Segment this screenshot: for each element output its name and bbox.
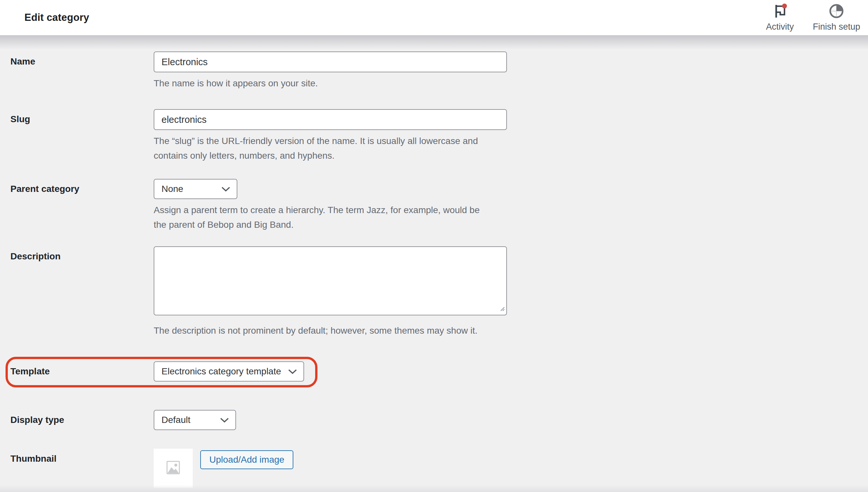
description-row: Description The description is not promi… — [10, 246, 868, 338]
template-select[interactable]: Electronics category template — [154, 361, 304, 382]
name-label: Name — [10, 51, 154, 67]
progress-circle-icon — [828, 3, 844, 20]
image-placeholder-icon — [166, 460, 181, 476]
parent-category-selected-value: None — [161, 184, 183, 194]
slug-help: The “slug” is the URL-friendly version o… — [154, 133, 868, 163]
finish-setup-label: Finish setup — [813, 22, 860, 32]
slug-input[interactable] — [154, 109, 507, 130]
flag-icon — [772, 3, 788, 20]
activity-label: Activity — [766, 22, 794, 32]
header-bar: Edit category Activity Finish setup — [0, 0, 868, 35]
unread-badge-dot — [782, 4, 787, 8]
header-actions: Activity Finish setup — [762, 3, 860, 32]
thumbnail-label: Thumbnail — [10, 449, 154, 464]
slug-row: Slug The “slug” is the URL-friendly vers… — [10, 109, 868, 163]
display-type-row: Display type Default — [10, 410, 868, 430]
page-title: Edit category — [24, 12, 89, 23]
edit-category-form: Name The name is how it appears on your … — [0, 35, 868, 488]
parent-category-select[interactable]: None — [154, 179, 237, 199]
chevron-down-icon — [221, 184, 230, 194]
display-type-label: Display type — [10, 410, 154, 425]
thumbnail-row: Thumbnail Upload/Add image — [10, 449, 868, 488]
slug-label: Slug — [10, 109, 154, 124]
name-input[interactable] — [154, 51, 507, 72]
template-label: Template — [10, 361, 154, 377]
name-help: The name is how it appears on your site. — [154, 76, 868, 91]
template-row: Template Electronics category template — [10, 361, 868, 382]
display-type-select[interactable]: Default — [154, 410, 236, 430]
finish-setup-button[interactable]: Finish setup — [813, 3, 860, 32]
description-help: The description is not prominent by defa… — [154, 323, 868, 338]
chevron-down-icon — [288, 366, 297, 377]
parent-category-help: Assign a parent term to create a hierarc… — [154, 203, 868, 232]
name-row: Name The name is how it appears on your … — [10, 51, 868, 91]
description-textarea[interactable] — [154, 246, 507, 315]
template-selected-value: Electronics category template — [161, 366, 281, 377]
thumbnail-preview — [154, 449, 193, 488]
description-label: Description — [10, 246, 154, 262]
parent-category-row: Parent category None Assign a parent ter… — [10, 179, 868, 232]
upload-add-image-button[interactable]: Upload/Add image — [200, 450, 293, 469]
parent-category-label: Parent category — [10, 179, 154, 194]
display-type-selected-value: Default — [161, 415, 190, 425]
chevron-down-icon — [220, 415, 229, 425]
activity-button[interactable]: Activity — [762, 3, 798, 32]
